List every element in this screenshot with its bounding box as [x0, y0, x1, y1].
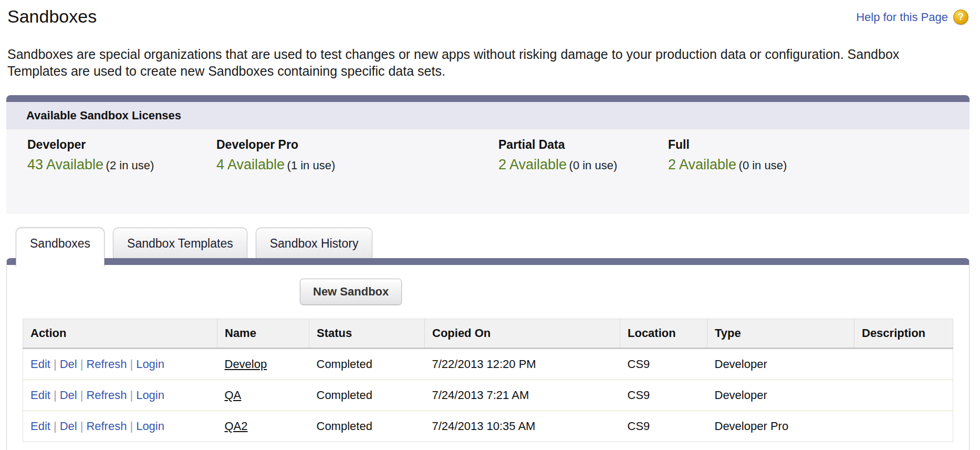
type-cell: Developer Pro [707, 411, 854, 442]
license-item: Developer Pro 4 Available (1 in use) [216, 138, 498, 173]
action-separator: | [50, 420, 60, 433]
license-available-count: 2 Available [668, 157, 736, 172]
column-header-copied-on: Copied On [425, 319, 620, 349]
copied-on-cell: 7/24/2013 7:21 AM [425, 380, 620, 411]
action-cell: Edit|Del|Refresh|Login [23, 380, 217, 411]
edit-action-link[interactable]: Edit [30, 420, 50, 433]
tab-label: Sandboxes [30, 237, 90, 250]
table-row: Edit|Del|Refresh|Login QA Completed 7/24… [23, 380, 953, 411]
sandbox-name-link[interactable]: QA [225, 388, 242, 402]
license-available-count: 4 Available [216, 157, 285, 172]
del-action-link[interactable]: Del [60, 388, 77, 402]
column-header-location: Location [620, 319, 707, 349]
action-separator: | [50, 357, 60, 371]
license-type-label: Developer [27, 138, 216, 152]
location-cell: CS9 [620, 380, 707, 411]
description-cell [854, 349, 953, 380]
page-header: Sandboxes Help for this Page ? [0, 0, 980, 27]
license-item: Developer 43 Available (2 in use) [27, 138, 216, 173]
login-action-link[interactable]: Login [136, 388, 164, 402]
tabstrip: Sandboxes Sandbox Templates Sandbox Hist… [6, 228, 969, 258]
license-available-count: 43 Available [27, 157, 103, 172]
available-licenses-section: Available Sandbox Licenses Developer 43 … [6, 95, 969, 214]
new-sandbox-button[interactable]: New Sandbox [300, 279, 402, 305]
action-cell: Edit|Del|Refresh|Login [23, 411, 217, 442]
action-separator: | [77, 388, 87, 402]
tab-sandboxes[interactable]: Sandboxes [16, 228, 105, 267]
action-separator: | [77, 420, 87, 433]
location-cell: CS9 [620, 411, 707, 442]
page-title: Sandboxes [7, 6, 97, 27]
table-row: Edit|Del|Refresh|Login QA2 Completed 7/2… [23, 411, 953, 442]
status-cell: Completed [309, 349, 425, 380]
column-header-action: Action [23, 319, 217, 349]
sandbox-table: ActionNameStatusCopied OnLocationTypeDes… [23, 319, 953, 442]
column-header-name: Name [217, 319, 309, 349]
toolbar: New Sandbox [300, 279, 953, 305]
license-list: Developer 43 Available (2 in use) Develo… [6, 129, 969, 214]
type-cell: Developer [707, 349, 854, 380]
description-cell [854, 380, 953, 411]
status-cell: Completed [309, 380, 425, 411]
license-type-label: Partial Data [498, 138, 668, 152]
description-cell [854, 411, 953, 442]
help-for-this-page: Help for this Page ? [856, 9, 968, 25]
login-action-link[interactable]: Login [136, 357, 164, 371]
location-cell: CS9 [620, 349, 707, 380]
table-body: Edit|Del|Refresh|Login Develop Completed… [23, 349, 953, 442]
refresh-action-link[interactable]: Refresh [86, 420, 127, 433]
license-in-use-count: (2 in use) [106, 159, 154, 172]
help-link[interactable]: Help for this Page [856, 11, 948, 24]
action-separator: | [50, 388, 60, 402]
copied-on-cell: 7/22/2013 12:20 PM [425, 349, 620, 380]
column-header-status: Status [309, 319, 425, 349]
table-row: Edit|Del|Refresh|Login Develop Completed… [23, 349, 953, 380]
login-action-link[interactable]: Login [136, 420, 164, 433]
page-description: Sandboxes are special organizations that… [7, 46, 932, 79]
sandbox-name-link[interactable]: QA2 [225, 420, 248, 433]
name-cell: Develop [217, 349, 309, 380]
column-header-type: Type [707, 319, 854, 349]
action-separator: | [127, 420, 136, 433]
sandbox-tabs-area: Sandboxes Sandbox Templates Sandbox Hist… [6, 228, 969, 450]
license-type-label: Full [668, 138, 787, 152]
tab-sandbox-history[interactable]: Sandbox History [256, 228, 373, 258]
license-item: Full 2 Available (0 in use) [668, 138, 787, 173]
edit-action-link[interactable]: Edit [30, 357, 50, 371]
status-cell: Completed [309, 411, 425, 442]
del-action-link[interactable]: Del [60, 357, 77, 371]
sandbox-name-link[interactable]: Develop [225, 357, 267, 371]
table-header-row: ActionNameStatusCopied OnLocationTypeDes… [23, 319, 953, 349]
section-top-bar [6, 95, 969, 102]
tab-sandbox-templates[interactable]: Sandbox Templates [113, 228, 247, 258]
license-in-use-count: (0 in use) [739, 159, 787, 172]
action-separator: | [127, 357, 136, 371]
edit-action-link[interactable]: Edit [30, 388, 50, 402]
column-header-description: Description [854, 319, 953, 349]
license-item: Partial Data 2 Available (0 in use) [498, 138, 668, 173]
refresh-action-link[interactable]: Refresh [86, 357, 127, 371]
name-cell: QA2 [217, 411, 309, 442]
refresh-action-link[interactable]: Refresh [86, 388, 127, 402]
name-cell: QA [217, 380, 309, 411]
license-available-count: 2 Available [498, 157, 567, 172]
license-in-use-count: (1 in use) [287, 159, 336, 172]
del-action-link[interactable]: Del [60, 420, 77, 433]
licenses-section-title: Available Sandbox Licenses [6, 102, 969, 129]
action-separator: | [77, 357, 87, 371]
tab-label: Sandbox History [270, 237, 359, 250]
license-type-label: Developer Pro [216, 138, 498, 152]
help-question-icon[interactable]: ? [953, 9, 968, 25]
action-cell: Edit|Del|Refresh|Login [23, 349, 217, 380]
sandboxes-tab-panel: New Sandbox ActionNameStatusCopied OnLoc… [6, 258, 969, 450]
type-cell: Developer [707, 380, 854, 411]
action-separator: | [127, 388, 136, 402]
license-in-use-count: (0 in use) [569, 159, 618, 172]
tab-label: Sandbox Templates [127, 237, 233, 250]
copied-on-cell: 7/24/2013 10:35 AM [425, 411, 620, 442]
